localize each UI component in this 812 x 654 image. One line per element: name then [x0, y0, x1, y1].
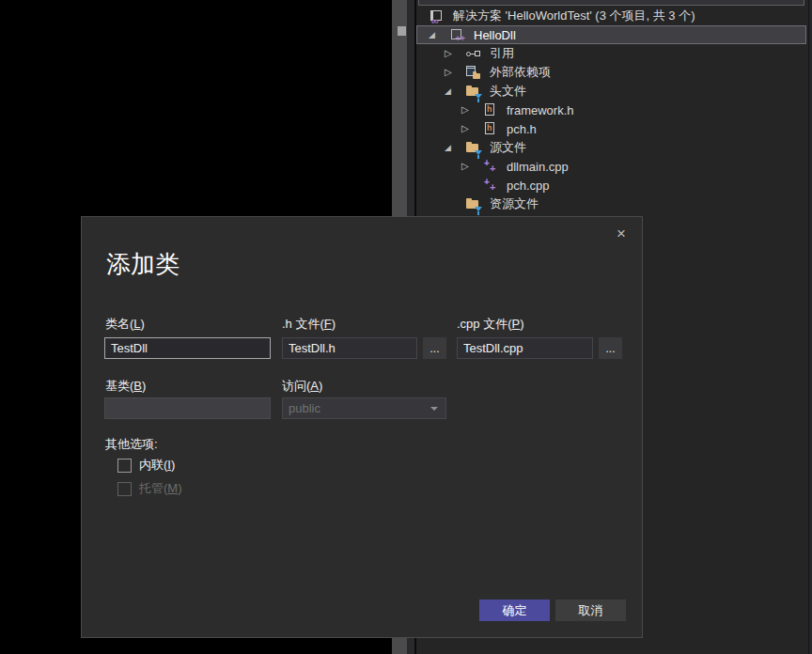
tree-item-label: pch.h [506, 122, 537, 136]
solution-explorer-search-box[interactable] [418, 0, 804, 6]
expand-arrow-icon[interactable]: ▷ [460, 105, 483, 115]
header-file-icon: h [483, 103, 498, 117]
base-class-label: 基类(B) [105, 378, 146, 395]
managed-checkbox-label: 托管(M) [139, 480, 182, 497]
tree-item-references[interactable]: ▷引用 [416, 44, 808, 63]
tree-item-label: pch.cpp [506, 179, 550, 193]
icon-slot: ++ [450, 28, 473, 41]
cpp-file-input[interactable] [457, 337, 593, 359]
icon-slot [466, 47, 489, 60]
icon-slot [466, 85, 489, 98]
collapse-arrow-icon[interactable]: ◢ [443, 144, 466, 152]
icon-slot: ++ [483, 160, 506, 173]
tree-item-framework-h[interactable]: ▷hframework.h [416, 101, 808, 119]
tree-item-label: 引用 [489, 45, 514, 62]
tree-item-hellodll-project[interactable]: ◢++HelloDll [416, 25, 806, 44]
tree-item-label: 外部依赖项 [489, 64, 551, 81]
expand-arrow-icon[interactable]: ▷ [443, 49, 466, 58]
icon-slot [466, 197, 489, 210]
base-class-input[interactable] [104, 397, 271, 419]
cpp-file-label: .cpp 文件(P) [457, 316, 524, 333]
tree-item-resource-files[interactable]: 资源文件 [416, 195, 808, 213]
filtered-folder-icon [466, 141, 481, 154]
cancel-button[interactable]: 取消 [555, 600, 626, 621]
add-class-dialog: × 添加类 类名(L) .h 文件(F) .cpp 文件(P) ... ... … [81, 216, 643, 638]
tree-item-external-dependencies[interactable]: ▷外部依赖项 [416, 63, 808, 82]
tree-item-label: 解决方案 'HelloWorldTest' (3 个项目, 共 3 个) [452, 8, 695, 24]
tree-item-pch-cpp[interactable]: ++pch.cpp [416, 176, 808, 195]
tree-item-solution[interactable]: ∞解决方案 'HelloWorldTest' (3 个项目, 共 3 个) [416, 7, 808, 25]
tree-item-label: dllmain.cpp [506, 160, 569, 174]
tree-item-label: 资源文件 [489, 195, 539, 212]
tree-item-label: HelloDll [473, 28, 516, 42]
external-dependencies-icon [466, 66, 481, 79]
class-name-label: 类名(L) [105, 316, 145, 333]
managed-checkbox [117, 482, 132, 496]
solution-icon: ∞ [429, 9, 445, 23]
chevron-down-icon [430, 407, 438, 411]
tree-item-header-files[interactable]: ◢头文件 [416, 82, 808, 101]
expand-arrow-icon[interactable]: ▷ [443, 68, 466, 77]
h-file-label: .h 文件(F) [282, 316, 336, 333]
references-icon [466, 47, 481, 60]
cpp-file-icon: ++ [483, 160, 498, 173]
scrollbar-thumb[interactable] [398, 26, 406, 36]
filtered-folder-icon [466, 197, 481, 210]
tree-item-pch-h[interactable]: ▷hpch.h [416, 119, 808, 138]
tree-item-dllmain-cpp[interactable]: ▷++dllmain.cpp [416, 157, 808, 176]
icon-slot: ∞ [429, 9, 452, 23]
icon-slot: h [483, 103, 506, 117]
window-right-edge [808, 0, 812, 654]
tree-item-label: 源文件 [489, 139, 526, 156]
class-name-input[interactable] [104, 337, 271, 359]
cpp-file-browse-button[interactable]: ... [599, 337, 622, 359]
h-file-browse-button[interactable]: ... [423, 337, 446, 359]
icon-slot [466, 66, 489, 79]
inline-checkbox-label: 内联(I) [139, 457, 175, 474]
managed-checkbox-row: 托管(M) [117, 480, 182, 497]
tree-item-label: 头文件 [489, 83, 526, 100]
filtered-folder-icon [466, 85, 481, 98]
visual-studio-window: ∞解决方案 'HelloWorldTest' (3 个项目, 共 3 个)◢++… [0, 0, 812, 654]
ok-button[interactable]: 确定 [479, 600, 550, 621]
close-icon[interactable]: × [611, 224, 632, 244]
access-dropdown[interactable]: public [282, 397, 446, 419]
expand-arrow-icon[interactable]: ▷ [460, 124, 483, 133]
cpp-project-icon: ++ [450, 28, 465, 41]
other-options-heading: 其他选项: [105, 436, 158, 453]
cpp-file-icon: ++ [483, 179, 498, 192]
icon-slot: ++ [483, 179, 506, 192]
icon-slot: h [483, 122, 506, 135]
access-label: 访问(A) [282, 378, 322, 395]
header-file-icon: h [483, 122, 498, 135]
collapse-arrow-icon[interactable]: ◢ [443, 87, 466, 96]
access-dropdown-value: public [289, 401, 320, 415]
h-file-input[interactable] [282, 337, 417, 359]
solution-tree: ∞解决方案 'HelloWorldTest' (3 个项目, 共 3 个)◢++… [416, 7, 808, 213]
collapse-arrow-icon[interactable]: ◢ [427, 31, 450, 39]
inline-checkbox[interactable] [117, 459, 132, 473]
dialog-title: 添加类 [106, 248, 180, 281]
expand-arrow-icon[interactable]: ▷ [460, 162, 483, 171]
icon-slot [466, 141, 489, 154]
tree-item-source-files[interactable]: ◢源文件 [416, 138, 808, 157]
tree-item-label: framework.h [506, 103, 574, 117]
inline-checkbox-row[interactable]: 内联(I) [117, 457, 175, 474]
